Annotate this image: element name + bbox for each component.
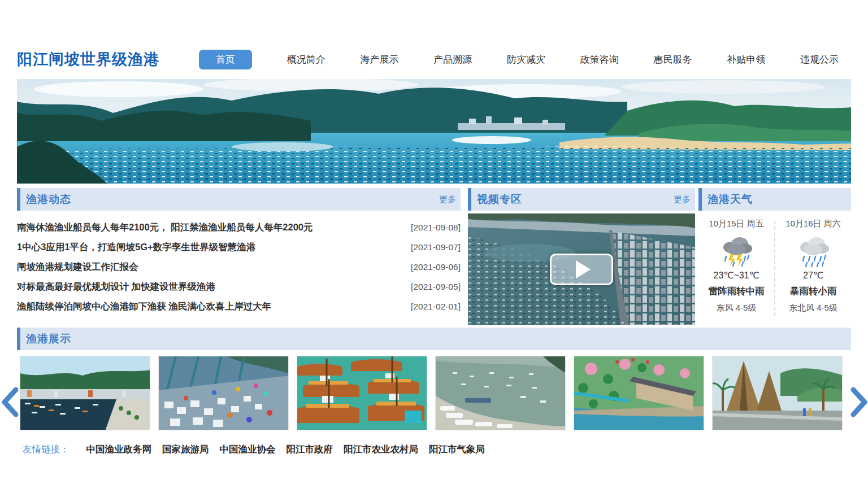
nav-item-violations[interactable]: 违规公示 [800, 53, 839, 66]
chevron-left-icon [0, 386, 19, 418]
nav-item-home[interactable]: 首页 [199, 50, 252, 69]
weather-section: 渔港天气 10月15日 周五 [698, 188, 851, 316]
friend-links: 中国渔业政务网 国家旅游局 中国渔业协会 阳江市政府 阳江市农业农村局 阳江市气… [86, 443, 485, 456]
video-header: 视频专区 更多 [468, 188, 695, 211]
nav-item-services[interactable]: 惠民服务 [654, 53, 692, 66]
link-yangjiang-gov[interactable]: 阳江市政府 [287, 443, 333, 456]
video-play-button[interactable] [550, 254, 613, 285]
news-item-title[interactable]: 1中心3应用1平台，打造闸坡5G+数字孪生世界级智慧渔港 [17, 241, 255, 254]
gallery-photo-harbor-town[interactable] [20, 356, 150, 430]
gallery-title: 渔港展示 [26, 332, 71, 346]
weather-day-saturday: 10月16日 周六 [775, 219, 851, 316]
link-yangjiang-meteorology[interactable]: 阳江市气象局 [429, 443, 485, 456]
news-title: 渔港动态 [26, 192, 71, 207]
news-item-date: [2021-09-08] [411, 223, 461, 233]
chevron-right-icon [850, 386, 868, 418]
gallery-photo-waterfront-park-render[interactable] [574, 356, 704, 430]
thunderstorm-rain-icon [718, 233, 754, 268]
weather-wind: 东风 4-5级 [698, 303, 774, 313]
video-player[interactable] [468, 213, 695, 325]
gallery-photo-marina-aerial[interactable] [435, 356, 566, 430]
weather-condition: 暴雨转小雨 [775, 285, 851, 298]
news-more-link[interactable]: 更多 [439, 194, 456, 205]
nav-item-seafood[interactable]: 海产展示 [361, 53, 399, 66]
link-yangjiang-agriculture[interactable]: 阳江市农业农村局 [344, 443, 418, 456]
nav-item-policy[interactable]: 政策咨询 [580, 53, 619, 66]
gallery-photo-fishing-boats[interactable] [297, 356, 427, 430]
news-list-item[interactable]: 闸坡渔港规划建设工作汇报会 [2021-09-06] [17, 257, 461, 277]
weather-temp: 27℃ [775, 270, 851, 281]
play-icon [576, 260, 591, 278]
main-nav: 首页 概况简介 海产展示 产品溯源 防灾减灾 政策咨询 惠民服务 补贴申领 违规… [199, 48, 839, 71]
news-item-title[interactable]: 闸坡渔港规划建设工作汇报会 [17, 261, 138, 273]
news-header: 渔港动态 更多 [17, 188, 461, 211]
banner-photo-bay-panorama [17, 79, 851, 184]
weather-title: 渔港天气 [708, 192, 753, 207]
news-list: 南海休渔渔业船员每人每年2100元， 阳江禁渔渔业船员每人每年2200元 [20… [17, 217, 461, 316]
news-item-date: [2021-02-01] [411, 302, 461, 312]
top-bar: 阳江闸坡世界级渔港 首页 概况简介 海产展示 产品溯源 防灾减灾 政策咨询 惠民… [17, 48, 851, 71]
link-national-tourism[interactable]: 国家旅游局 [162, 443, 209, 456]
weather-date: 10月16日 周六 [775, 219, 851, 229]
nav-item-subsidy[interactable]: 补贴申领 [727, 53, 765, 66]
news-list-item[interactable]: 对标最高最好最优规划设计 加快建设世界级渔港 [2021-09-05] [17, 277, 461, 297]
gallery-section-header: 渔港展示 [17, 328, 851, 350]
friend-links-bar: 友情链接： 中国渔业政务网 国家旅游局 中国渔业协会 阳江市政府 阳江市农业农村… [23, 443, 485, 456]
news-item-title[interactable]: 渔船陆续停泊闸坡中心渔港卸下渔获 渔民满心欢喜上岸过大年 [17, 300, 271, 313]
news-item-date: [2021-09-06] [411, 262, 461, 272]
gallery-photo-wooden-buildings-render[interactable] [712, 356, 843, 430]
homepage: 阳江闸坡世界级渔港 首页 概况简介 海产展示 产品溯源 防灾减灾 政策咨询 惠民… [0, 0, 868, 497]
news-list-item[interactable]: 1中心3应用1平台，打造闸坡5G+数字孪生世界级智慧渔港 [2021-09-07… [17, 237, 461, 257]
gallery-strip [20, 356, 845, 430]
weather-day-friday: 10月15日 周五 [698, 219, 774, 316]
video-title: 视频专区 [477, 192, 522, 207]
news-item-title[interactable]: 南海休渔渔业船员每人每年2100元， 阳江禁渔渔业船员每人每年2200元 [17, 221, 313, 234]
section-accent-bar [17, 328, 20, 350]
nav-item-traceability[interactable]: 产品溯源 [433, 53, 472, 66]
nav-item-overview[interactable]: 概况简介 [287, 53, 326, 66]
weather-forecast: 10月15日 周五 [698, 219, 851, 316]
news-section: 渔港动态 更多 南海休渔渔业船员每人每年2100元， 阳江禁渔渔业船员每人每年2… [17, 188, 461, 316]
section-accent-bar [468, 188, 471, 211]
video-more-link[interactable]: 更多 [674, 194, 691, 205]
weather-temp: 23℃~31℃ [698, 270, 774, 281]
weather-date: 10月15日 周五 [698, 219, 774, 229]
news-list-item[interactable]: 渔船陆续停泊闸坡中心渔港卸下渔获 渔民满心欢喜上岸过大年 [2021-02-01… [17, 297, 461, 316]
heavy-rain-icon [795, 233, 831, 268]
section-accent-bar [17, 188, 20, 211]
news-item-title[interactable]: 对标最高最好最优规划设计 加快建设世界级渔港 [17, 281, 215, 293]
weather-wind: 东北风 4-5级 [775, 303, 851, 313]
news-item-date: [2021-09-05] [411, 282, 461, 292]
news-item-date: [2021-09-07] [411, 242, 461, 252]
gallery-next-button[interactable] [850, 386, 868, 418]
weather-header: 渔港天气 [698, 188, 851, 211]
site-logo: 阳江闸坡世界级渔港 [17, 49, 159, 69]
weather-condition: 雷阵雨转中雨 [698, 285, 774, 298]
link-china-fishery-gov[interactable]: 中国渔业政务网 [86, 443, 152, 456]
section-accent-bar [698, 188, 702, 211]
nav-item-disaster[interactable]: 防灾减灾 [507, 53, 545, 66]
news-list-item[interactable]: 南海休渔渔业船员每人每年2100元， 阳江禁渔渔业船员每人每年2200元 [20… [17, 217, 461, 237]
friend-links-label: 友情链接： [23, 443, 70, 456]
gallery-photo-fish-market[interactable] [158, 356, 289, 430]
gallery-prev-button[interactable] [0, 386, 19, 418]
link-china-fishery-assoc[interactable]: 中国渔业协会 [220, 443, 276, 456]
video-section: 视频专区 更多 [468, 188, 695, 325]
